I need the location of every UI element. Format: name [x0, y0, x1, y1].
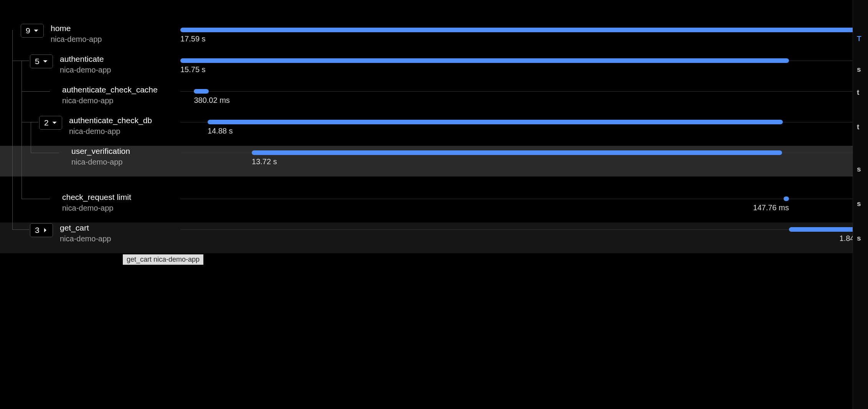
span-duration: 17.59 s — [180, 35, 206, 43]
side-strip-label: t — [857, 123, 859, 131]
timeline-track: 13.72 s — [180, 146, 860, 176]
span-name: authenticate_check_cache — [62, 84, 158, 95]
span-bar-authenticate_check_cache[interactable] — [194, 89, 209, 94]
span-row-authenticate_check_db[interactable]: 2authenticate_check_dbnica-demo-app14.88… — [0, 115, 868, 146]
tree-gutter: 3get_cartnica-demo-app — [0, 223, 180, 253]
timeline-track: 1.84 s — [180, 223, 860, 253]
span-duration: 14.88 s — [208, 127, 233, 135]
tree-line — [31, 122, 31, 153]
tree-gutter: user_verificationnica-demo-app — [0, 146, 180, 176]
span-duration: 380.02 ms — [194, 96, 229, 105]
span-row-check_request_limit[interactable]: check_request limitnica-demo-app147.76 m… — [0, 192, 868, 223]
span-bar-authenticate_check_db[interactable] — [208, 120, 783, 124]
timeline-track: 147.76 ms — [180, 192, 860, 223]
span-row-home[interactable]: 9homenica-demo-app17.59 s — [0, 23, 868, 54]
span-service: nica-demo-app — [71, 157, 130, 167]
span-service: nica-demo-app — [69, 126, 152, 136]
badge-count: 9 — [26, 26, 30, 35]
span-row-authenticate[interactable]: 5authenticatenica-demo-app15.75 s — [0, 54, 868, 84]
span-duration: 13.72 s — [252, 157, 277, 166]
span-service: nica-demo-app — [62, 96, 158, 106]
span-bar-authenticate[interactable] — [180, 58, 789, 63]
timeline-track: 14.88 s — [180, 115, 860, 146]
side-strip-label: s — [857, 200, 861, 208]
timeline-track: 17.59 s — [180, 23, 860, 54]
side-strip-label: t — [857, 88, 859, 97]
tree-gutter: 5authenticatenica-demo-app — [0, 54, 180, 84]
chevron-right-icon — [43, 226, 48, 235]
side-strip-label: T — [857, 35, 861, 43]
span-name: authenticate — [60, 54, 111, 64]
timeline-track: 380.02 ms — [180, 84, 860, 115]
tree-gutter: check_request limitnica-demo-app — [0, 192, 180, 223]
span-name: check_request limit — [62, 192, 131, 202]
side-strip-label: s — [857, 65, 861, 74]
span-row-get_cart[interactable]: 3get_cartnica-demo-app1.84 s — [0, 223, 868, 253]
span-service: nica-demo-app — [62, 203, 131, 213]
span-row-authenticate_check_cache[interactable]: authenticate_check_cachenica-demo-app380… — [0, 84, 868, 115]
tree-gutter: authenticate_check_cachenica-demo-app — [0, 84, 180, 115]
expand-badge-home[interactable]: 9 — [21, 24, 44, 38]
tree-line — [21, 61, 22, 199]
badge-count: 5 — [35, 57, 40, 66]
span-name: authenticate_check_db — [69, 115, 152, 125]
span-duration: 147.76 ms — [753, 203, 789, 212]
chevron-down-icon — [33, 26, 39, 35]
span-service: nica-demo-app — [60, 234, 111, 244]
span-name: user_verification — [71, 146, 130, 156]
tree-line — [12, 30, 13, 229]
span-row-user_verification[interactable]: user_verificationnica-demo-app13.72 s — [0, 146, 868, 176]
span-duration: 15.75 s — [180, 65, 206, 74]
span-bar-user_verification[interactable] — [252, 150, 782, 155]
expand-badge-authenticate[interactable]: 5 — [30, 54, 53, 68]
span-name: home — [51, 23, 102, 33]
tooltip: get_cart nica-demo-app — [123, 254, 203, 265]
badge-count: 3 — [35, 226, 40, 235]
chevron-down-icon — [43, 57, 48, 66]
span-bar-home[interactable] — [180, 28, 860, 32]
span-name: get_cart — [60, 223, 111, 233]
expand-badge-authenticate_check_db[interactable]: 2 — [39, 116, 62, 130]
span-service: nica-demo-app — [51, 34, 102, 44]
side-strip-label: s — [857, 165, 861, 173]
span-service: nica-demo-app — [60, 65, 111, 75]
badge-count: 2 — [44, 118, 49, 127]
tree-gutter: 9homenica-demo-app — [0, 23, 180, 54]
details-panel-strip: Tsttsss — [853, 0, 868, 409]
timeline-track: 15.75 s — [180, 54, 860, 84]
side-strip-label: s — [857, 234, 861, 242]
span-bar-check_request_limit[interactable] — [784, 196, 789, 201]
chevron-down-icon — [52, 118, 57, 127]
span-bar-get_cart[interactable] — [789, 227, 860, 232]
tree-gutter: 2authenticate_check_dbnica-demo-app — [0, 115, 180, 146]
expand-badge-get_cart[interactable]: 3 — [30, 223, 53, 237]
